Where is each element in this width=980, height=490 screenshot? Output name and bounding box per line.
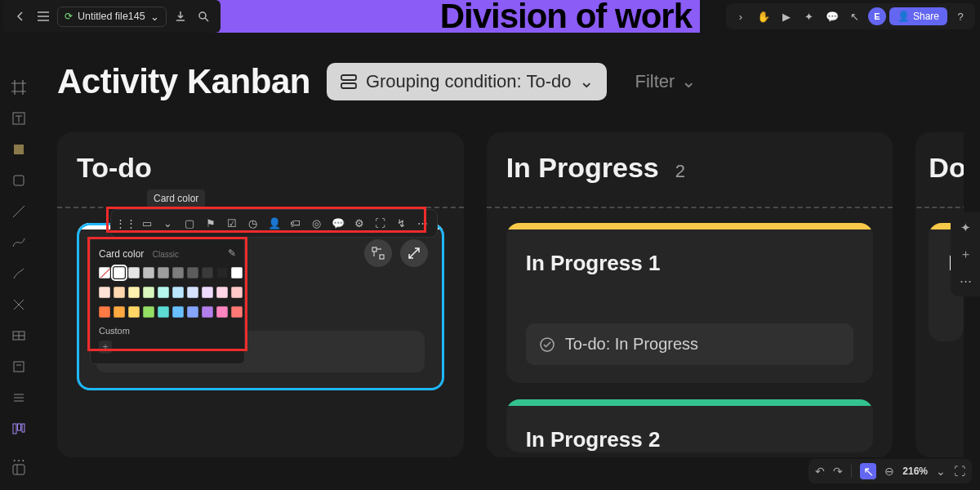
card-color-tooltip: Card color	[147, 189, 205, 207]
chevron-down-icon: ⌄	[150, 11, 159, 23]
color-swatch[interactable]	[99, 306, 110, 318]
color-swatch[interactable]	[231, 287, 243, 298]
zoom-level[interactable]: 216%	[902, 466, 928, 477]
color-swatch[interactable]	[231, 306, 243, 318]
svg-rect-9	[13, 465, 24, 474]
color-swatch[interactable]	[216, 267, 228, 278]
color-swatch[interactable]	[187, 267, 198, 278]
page-title: Activity Kanban	[57, 62, 310, 101]
color-swatch[interactable]	[231, 267, 243, 278]
card-transform-button[interactable]	[364, 239, 392, 267]
column-divider	[487, 207, 893, 208]
cursor-tool-button[interactable]: ↖	[860, 463, 876, 479]
filter-chip[interactable]: Filter ⌄	[635, 71, 696, 92]
fullscreen-icon[interactable]: ⛶	[371, 214, 390, 233]
color-swatch[interactable]	[114, 267, 125, 278]
flag-icon[interactable]: ⚑	[201, 214, 220, 233]
color-swatch[interactable]	[143, 267, 154, 278]
color-swatch[interactable]	[158, 267, 169, 278]
color-swatch-none[interactable]	[99, 267, 110, 278]
card-toolbar: ⋮⋮ ▭ ⌄ ▢ ⚑ ☑ ◷ 👤 🏷 ◎ 💬 ⚙ ⛶ ↯ ⋯	[110, 209, 438, 238]
color-swatch[interactable]	[172, 306, 184, 318]
connector-tool[interactable]	[7, 292, 31, 317]
color-swatch[interactable]	[128, 306, 140, 318]
shape-tool[interactable]	[7, 168, 31, 193]
color-picker-subtitle: Classic	[153, 250, 179, 259]
list-tool[interactable]	[7, 385, 31, 410]
more-icon[interactable]: ⋯	[960, 274, 972, 288]
divider	[851, 465, 852, 478]
curve-tool[interactable]	[7, 230, 31, 255]
kanban-tool[interactable]	[7, 416, 31, 441]
color-swatch[interactable]	[128, 287, 140, 298]
frame-tool[interactable]	[7, 75, 31, 100]
svg-rect-6	[13, 424, 16, 434]
download-button[interactable]	[172, 7, 189, 25]
target-icon[interactable]: ◎	[307, 214, 326, 233]
column-title: To-do	[77, 152, 152, 184]
line-tool[interactable]	[7, 199, 31, 224]
color-swatch[interactable]	[158, 287, 169, 298]
chevron-down-icon[interactable]: ⌄	[936, 465, 946, 478]
rectangle-icon[interactable]: ▢	[180, 214, 198, 233]
column-count: 2	[675, 161, 685, 182]
add-custom-color-button[interactable]: +	[99, 341, 112, 354]
menu-button[interactable]	[34, 7, 52, 25]
tag-icon[interactable]: 🏷	[286, 214, 305, 233]
color-swatch[interactable]	[128, 267, 140, 278]
magic-icon[interactable]: ✦	[960, 220, 971, 235]
color-swatch[interactable]	[216, 287, 228, 298]
chevron-down-icon[interactable]: ⌄	[158, 214, 177, 233]
card-expand-button[interactable]	[400, 239, 428, 267]
back-button[interactable]	[11, 7, 29, 25]
collapse-sidebar-button[interactable]	[7, 457, 31, 482]
eyedropper-button[interactable]: ✎	[228, 247, 236, 259]
kanban-card[interactable]: In Progress 1 To-do: In Progress	[506, 223, 874, 383]
svg-rect-13	[380, 255, 384, 259]
color-swatch[interactable]	[172, 267, 184, 278]
search-button[interactable]	[194, 7, 212, 25]
color-swatches-row	[99, 287, 236, 298]
color-swatch[interactable]	[187, 287, 198, 298]
zoom-out-button[interactable]: ⊖	[884, 465, 894, 478]
color-swatch[interactable]	[187, 306, 198, 318]
color-swatch[interactable]	[114, 306, 125, 318]
column-title: In Progress	[506, 152, 659, 184]
file-name-label: Untitled file145	[78, 11, 145, 22]
grouping-condition-chip[interactable]: Grouping condition: To-do ⌄	[327, 63, 608, 100]
drag-handle-icon[interactable]: ⋮⋮	[116, 214, 135, 233]
color-swatch[interactable]	[143, 306, 154, 318]
gear-icon[interactable]: ⚙	[350, 214, 368, 233]
add-icon[interactable]: ＋	[960, 247, 972, 262]
color-swatch[interactable]	[202, 287, 213, 298]
color-swatch[interactable]	[216, 306, 228, 318]
color-swatch[interactable]	[202, 306, 213, 318]
color-picker-popover: Card color Classic ✎	[90, 237, 245, 364]
fit-button[interactable]: ⛶	[954, 465, 965, 478]
checkbox-icon[interactable]: ☑	[222, 214, 241, 233]
comment-icon[interactable]: 💬	[328, 214, 347, 233]
user-icon[interactable]: 👤	[265, 214, 283, 233]
color-swatch[interactable]	[202, 267, 213, 278]
color-swatch[interactable]	[99, 287, 110, 298]
color-swatch[interactable]	[172, 287, 184, 298]
svg-rect-10	[341, 75, 356, 80]
color-swatch[interactable]	[158, 306, 169, 318]
link-icon[interactable]: ↯	[392, 214, 411, 233]
note-tool[interactable]	[7, 137, 31, 162]
card-icon[interactable]: ▭	[137, 214, 156, 233]
chevron-down-icon: ⌄	[681, 71, 696, 92]
heading-tool[interactable]	[7, 354, 31, 379]
redo-button[interactable]: ↷	[833, 465, 843, 478]
text-tool[interactable]	[7, 106, 31, 131]
undo-button[interactable]: ↶	[815, 465, 825, 478]
svg-rect-7	[18, 424, 21, 430]
more-icon[interactable]: ⋯	[413, 214, 432, 233]
file-name-chip[interactable]: ⟳ Untitled file145 ⌄	[57, 7, 167, 27]
color-swatch[interactable]	[143, 287, 154, 298]
kanban-card[interactable]: In Progress 2	[506, 399, 874, 452]
table-tool[interactable]	[7, 323, 31, 348]
clock-icon[interactable]: ◷	[243, 214, 262, 233]
color-swatch[interactable]	[114, 287, 125, 298]
pen-tool[interactable]	[7, 261, 31, 286]
